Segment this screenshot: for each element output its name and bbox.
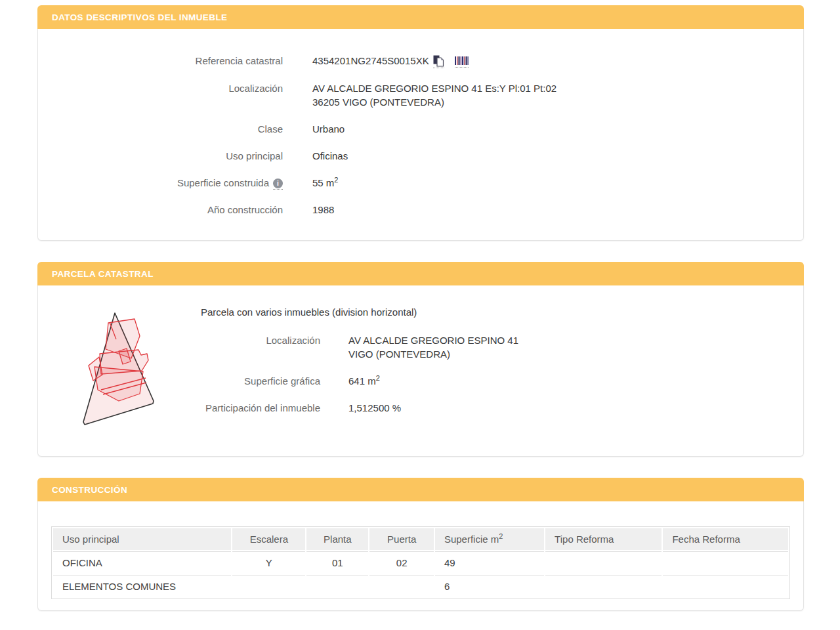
localizacion-label: Localización bbox=[38, 81, 283, 109]
localizacion-line2: 36205 VIGO (PONTEVEDRA) bbox=[312, 95, 556, 109]
parcel-map-container bbox=[38, 305, 201, 430]
row-parcela-localizacion: Localización AV ALCALDE GREGORIO ESPINO … bbox=[201, 333, 790, 361]
column-header: Escalera bbox=[232, 528, 305, 550]
info-icon[interactable]: i bbox=[273, 178, 283, 190]
table-cell: 02 bbox=[369, 551, 434, 574]
copy-icon[interactable] bbox=[433, 55, 444, 68]
section-header-parcela: PARCELA CATASTRAL bbox=[37, 262, 804, 285]
table-cell: Y bbox=[232, 551, 305, 574]
row-superficie-grafica: Superficie gráfica 641 m2 bbox=[201, 374, 790, 388]
section-body-parcela: Parcela con varios inmuebles (division h… bbox=[37, 285, 804, 457]
parcela-localizacion-line1: AV ALCALDE GREGORIO ESPINO 41 bbox=[348, 333, 518, 347]
parcel-map[interactable] bbox=[79, 310, 159, 430]
table-cell: 6 bbox=[435, 575, 544, 597]
parcela-subtitle: Parcela con varios inmuebles (division h… bbox=[201, 305, 790, 319]
localizacion-value: AV ALCALDE GREGORIO ESPINO 41 Es:Y Pl:01… bbox=[312, 81, 556, 109]
uso-principal-label: Uso principal bbox=[38, 149, 283, 163]
table-cell bbox=[545, 575, 662, 597]
superficie-construida-value: 55 m2 bbox=[312, 176, 338, 190]
section-parcela-catastral: PARCELA CATASTRAL bbox=[37, 262, 804, 457]
row-anio-construccion: Año construcción 1988 bbox=[38, 203, 790, 217]
row-referencia-catastral: Referencia catastral 4354201NG2745S0015X… bbox=[38, 54, 790, 68]
table-cell bbox=[369, 575, 434, 597]
table-cell: 49 bbox=[435, 551, 544, 574]
column-header: Uso principal bbox=[53, 528, 231, 550]
cadastre-detail-page: DATOS DESCRIPTIVOS DEL INMUEBLE Referenc… bbox=[0, 0, 840, 611]
parcela-localizacion-line2: VIGO (PONTEVEDRA) bbox=[348, 347, 518, 361]
anio-construccion-value: 1988 bbox=[312, 203, 334, 217]
section-body-datos: Referencia catastral 4354201NG2745S0015X… bbox=[37, 29, 804, 241]
barcode-icon[interactable] bbox=[455, 56, 469, 68]
section-title-datos: DATOS DESCRIPTIVOS DEL INMUEBLE bbox=[52, 12, 227, 22]
row-clase: Clase Urbano bbox=[38, 122, 790, 136]
clase-value: Urbano bbox=[312, 122, 345, 136]
referencia-value-group: 4354201NG2745S0015XK bbox=[312, 54, 469, 68]
referencia-label: Referencia catastral bbox=[38, 54, 283, 68]
column-header: Tipo Reforma bbox=[545, 528, 662, 550]
parcela-localizacion-label: Localización bbox=[201, 333, 320, 361]
row-superficie-construida: Superficie construidai 55 m2 bbox=[38, 176, 790, 190]
uso-principal-value: Oficinas bbox=[312, 149, 348, 163]
row-participacion: Participación del inmueble 1,512500 % bbox=[201, 401, 790, 415]
superficie-construida-label: Superficie construidai bbox=[38, 176, 283, 190]
table-cell: 01 bbox=[306, 551, 368, 574]
participacion-value: 1,512500 % bbox=[348, 401, 401, 415]
construccion-table: Uso principalEscaleraPlantaPuertaSuperfi… bbox=[51, 526, 790, 599]
localizacion-line1: AV ALCALDE GREGORIO ESPINO 41 Es:Y Pl:01… bbox=[312, 81, 556, 95]
participacion-label: Participación del inmueble bbox=[201, 401, 320, 415]
parcela-details: Parcela con varios inmuebles (division h… bbox=[201, 305, 790, 430]
table-cell: ELEMENTOS COMUNES bbox=[53, 575, 231, 597]
superficie-grafica-value: 641 m2 bbox=[348, 374, 380, 388]
table-cell bbox=[306, 575, 368, 597]
table-cell bbox=[663, 575, 788, 597]
clase-label: Clase bbox=[38, 122, 283, 136]
superficie-grafica-label: Superficie gráfica bbox=[201, 374, 320, 388]
table-row: ELEMENTOS COMUNES6 bbox=[53, 575, 788, 597]
section-header-construccion: CONSTRUCCIÓN bbox=[37, 478, 804, 501]
column-header: Puerta bbox=[369, 528, 434, 550]
referencia-value: 4354201NG2745S0015XK bbox=[312, 55, 429, 66]
column-header: Planta bbox=[306, 528, 368, 550]
parcela-localizacion-value: AV ALCALDE GREGORIO ESPINO 41 VIGO (PONT… bbox=[348, 333, 518, 361]
column-header: Superficie m2 bbox=[435, 528, 544, 550]
table-header-row: Uso principalEscaleraPlantaPuertaSuperfi… bbox=[53, 528, 788, 550]
row-localizacion: Localización AV ALCALDE GREGORIO ESPINO … bbox=[38, 81, 790, 109]
section-datos-descriptivos: DATOS DESCRIPTIVOS DEL INMUEBLE Referenc… bbox=[37, 5, 804, 241]
section-construccion: CONSTRUCCIÓN Uso principalEscaleraPlanta… bbox=[37, 478, 804, 611]
anio-construccion-label: Año construcción bbox=[38, 203, 283, 217]
row-uso-principal: Uso principal Oficinas bbox=[38, 149, 790, 163]
section-title-construccion: CONSTRUCCIÓN bbox=[52, 485, 127, 495]
section-title-parcela: PARCELA CATASTRAL bbox=[52, 269, 154, 279]
table-cell bbox=[232, 575, 305, 597]
section-header-datos: DATOS DESCRIPTIVOS DEL INMUEBLE bbox=[37, 5, 804, 29]
section-body-construccion: Uso principalEscaleraPlantaPuertaSuperfi… bbox=[37, 501, 804, 611]
table-cell bbox=[663, 551, 788, 574]
table-cell bbox=[545, 551, 662, 574]
table-cell: OFICINA bbox=[53, 551, 231, 574]
table-row: OFICINAY010249 bbox=[53, 551, 788, 574]
column-header: Fecha Reforma bbox=[663, 528, 788, 550]
